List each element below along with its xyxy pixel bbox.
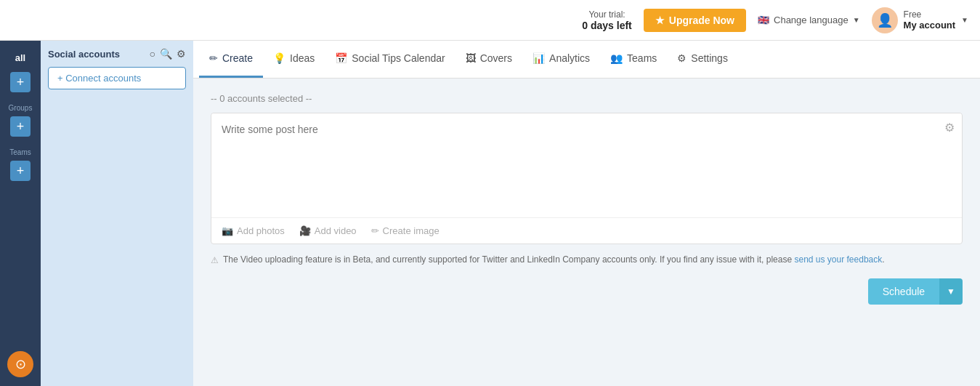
change-language[interactable]: 🇬🇧 Change language ▼ [758,15,860,25]
trial-label: Your trial: [588,9,625,20]
schedule-area: Schedule ▼ [211,278,963,305]
circle-icon[interactable]: ○ [150,48,155,60]
sidebar-teams-add-button[interactable]: + [10,161,31,181]
tab-covers-label: Covers [480,52,512,64]
tab-create-label: Create [222,52,253,64]
plus-icon-groups: + [17,119,25,134]
settings-icon: ⚙ [677,52,687,64]
beta-notice: ⚠ The Video uploading feature is in Beta… [211,253,963,267]
help-icon: ⊙ [15,356,26,372]
sidebar: all + Groups + Teams + ⊙ [0,41,41,386]
avatar: 👤 [872,7,898,33]
account-info: Free My account [904,9,956,31]
upgrade-button[interactable]: ★ Upgrade Now [644,9,746,32]
connect-accounts-button[interactable]: + Connect accounts [48,67,186,89]
pencil-icon: ✏ [371,225,379,236]
accounts-header: Social accounts ○ 🔍 ⚙ [48,48,186,60]
tab-analytics-label: Analytics [549,52,590,64]
layout: all + Groups + Teams + ⊙ Social accounts… [0,41,980,386]
trial-days: 0 days left [582,20,631,31]
add-photos-label: Add photos [237,225,285,236]
tab-social-tips-label: Social Tips Calendar [352,52,445,64]
tab-settings[interactable]: ⚙ Settings [667,41,738,78]
account-plan: Free [904,9,922,20]
account-chevron-icon: ▼ [961,16,968,24]
social-accounts-title: Social accounts [48,49,120,60]
tab-create[interactable]: ✏ Create [199,41,263,78]
teams-icon: 👥 [610,52,623,64]
editor-gear-icon[interactable]: ⚙ [944,121,955,134]
sidebar-groups-label: Groups [9,104,33,112]
accounts-icons: ○ 🔍 ⚙ [150,48,186,60]
star-icon: ★ [655,15,665,26]
connect-accounts-label: + Connect accounts [57,73,141,84]
tab-ideas-label: Ideas [290,52,315,64]
analytics-icon: 📊 [532,52,545,64]
ideas-icon: 💡 [273,52,286,64]
upgrade-label: Upgrade Now [669,15,734,26]
sidebar-all-label: all [15,52,25,63]
schedule-dropdown-button[interactable]: ▼ [939,278,963,305]
accounts-panel: Social accounts ○ 🔍 ⚙ + Connect accounts [41,41,193,386]
warning-icon: ⚠ [211,254,219,267]
beta-notice-text: The Video uploading feature is in Beta, … [223,253,885,266]
avatar-icon: 👤 [877,12,893,28]
tab-teams[interactable]: 👥 Teams [600,41,667,78]
create-icon: ✏ [209,52,218,64]
flag-icon: 🇬🇧 [758,15,769,25]
tab-settings-label: Settings [691,52,728,64]
tab-social-tips[interactable]: 📅 Social Tips Calendar [325,41,455,78]
covers-icon: 🖼 [466,52,476,64]
add-photos-button[interactable]: 📷 Add photos [222,225,285,236]
camera-icon: 📷 [222,225,233,236]
media-actions: 📷 Add photos 🎥 Add video ✏ Create image [211,217,962,244]
post-textarea[interactable] [211,113,962,215]
add-video-label: Add video [315,225,357,236]
sidebar-item-all[interactable]: all [0,47,41,69]
post-area: -- 0 accounts selected -- ⚙ 📷 Add photos… [193,79,980,386]
add-video-button[interactable]: 🎥 Add video [299,225,357,236]
plus-icon-teams: + [17,164,25,179]
account-area[interactable]: 👤 Free My account ▼ [872,7,968,33]
post-editor: ⚙ 📷 Add photos 🎥 Add video ✏ Create imag… [211,113,963,244]
gear-settings-icon[interactable]: ⚙ [177,48,186,60]
send-feedback-link[interactable]: send us your feedback [794,254,882,265]
account-label: My account [904,20,956,31]
plus-icon: + [17,75,25,90]
help-button[interactable]: ⊙ [7,351,33,377]
video-icon: 🎥 [299,225,311,236]
main-content: ✏ Create 💡 Ideas 📅 Social Tips Calendar … [193,41,980,386]
search-icon[interactable]: 🔍 [160,48,172,60]
tab-covers[interactable]: 🖼 Covers [455,41,522,78]
trial-info: Your trial: 0 days left [582,9,631,31]
sidebar-add-button[interactable]: + [10,72,31,92]
chevron-down-icon: ▼ [853,16,860,24]
sidebar-groups-add-button[interactable]: + [10,116,31,137]
schedule-button[interactable]: Schedule [868,278,939,305]
accounts-selected-label: -- 0 accounts selected -- [211,93,963,104]
topbar: Your trial: 0 days left ★ Upgrade Now 🇬🇧… [0,0,980,41]
tab-analytics[interactable]: 📊 Analytics [522,41,600,78]
tab-ideas[interactable]: 💡 Ideas [263,41,325,78]
schedule-chevron-icon: ▼ [947,286,955,297]
tabs-bar: ✏ Create 💡 Ideas 📅 Social Tips Calendar … [193,41,980,79]
tab-teams-label: Teams [627,52,657,64]
calendar-icon: 📅 [335,52,347,64]
sidebar-teams-label: Teams [9,148,31,156]
schedule-label: Schedule [883,286,925,297]
create-image-button[interactable]: ✏ Create image [371,225,440,236]
change-language-label: Change language [774,15,849,25]
create-image-label: Create image [383,225,440,236]
